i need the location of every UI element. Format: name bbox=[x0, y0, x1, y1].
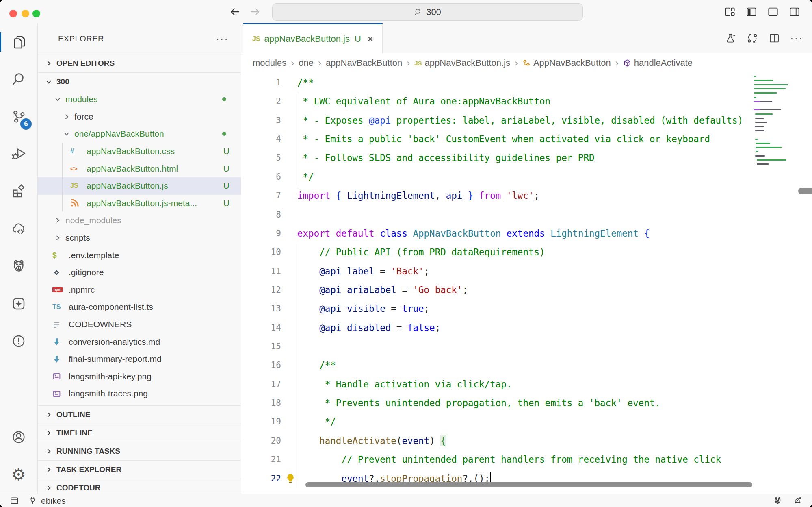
split-editor-icon[interactable] bbox=[768, 32, 780, 44]
line-number[interactable]: 7 bbox=[241, 186, 281, 205]
tree-item-one-appNavBackButton[interactable]: one/appNavBackButton bbox=[38, 125, 241, 143]
code-line-1[interactable]: 1/** bbox=[241, 73, 812, 92]
code-line-7[interactable]: 7import { LightningElement, api } from '… bbox=[241, 186, 812, 205]
tree-item-langsmith-traces.png[interactable]: langsmith-traces.png bbox=[38, 385, 241, 403]
tree-item-.npmrc[interactable]: npm.npmrc bbox=[38, 281, 241, 299]
tree-item-.gitignore[interactable]: .gitignore bbox=[38, 264, 241, 281]
activity-bear-icon[interactable] bbox=[0, 248, 37, 285]
macos-close-button[interactable] bbox=[9, 10, 17, 17]
breadcrumb-modules[interactable]: modules bbox=[253, 58, 286, 68]
macos-minimize-button[interactable] bbox=[22, 10, 29, 17]
activity-cloud-code-icon[interactable] bbox=[0, 210, 37, 248]
tree-item-CODEOWNERS[interactable]: CODEOWNERS bbox=[38, 316, 241, 333]
navigate-forward-icon[interactable] bbox=[249, 6, 261, 18]
activity-extensions-icon[interactable] bbox=[0, 173, 37, 210]
breadcrumb-one[interactable]: one bbox=[299, 58, 314, 68]
tree-item-final-summary-report.md[interactable]: final-summary-report.md bbox=[38, 350, 241, 368]
section-outline[interactable]: OUTLINE bbox=[38, 405, 241, 424]
activity-run-debug-icon[interactable] bbox=[0, 135, 37, 173]
code-line-11[interactable]: 11 @api label = 'Back'; bbox=[241, 262, 812, 281]
code-line-3[interactable]: 3 * - Exposes @api properties: label, ar… bbox=[241, 111, 812, 130]
tree-item-conversion-analytics.md[interactable]: conversion-analytics.md bbox=[38, 333, 241, 350]
code-line-10[interactable]: 10 // Public API (from PRD dataRequireme… bbox=[241, 243, 812, 261]
code-line-13[interactable]: 13 @api visible = true; bbox=[241, 299, 812, 318]
toggle-secondary-sidebar-icon[interactable] bbox=[788, 6, 801, 18]
code-line-15[interactable]: 15 bbox=[241, 337, 812, 356]
line-number[interactable]: 13 bbox=[241, 299, 281, 318]
code-line-2[interactable]: 2 * LWC equivalent of Aura one:appNavBac… bbox=[241, 92, 812, 111]
line-number[interactable]: 5 bbox=[241, 148, 281, 167]
tree-item-modules[interactable]: modules bbox=[38, 91, 241, 108]
code-line-17[interactable]: 17 * Handle activation via click/tap. bbox=[241, 375, 812, 394]
bear-status-icon[interactable] bbox=[773, 496, 782, 505]
tree-item-appNavBackButton.js-meta...[interactable]: appNavBackButton.js-meta...U bbox=[38, 195, 241, 212]
line-number[interactable]: 17 bbox=[241, 375, 281, 394]
line-number[interactable]: 8 bbox=[241, 205, 281, 224]
horizontal-scrollbar[interactable] bbox=[305, 482, 752, 487]
code-line-19[interactable]: 19 */ bbox=[241, 412, 812, 431]
line-number[interactable]: 3 bbox=[241, 111, 281, 130]
line-number[interactable]: 18 bbox=[241, 394, 281, 412]
code-line-9[interactable]: 9export default class AppNavBackButton e… bbox=[241, 224, 812, 243]
open-editors-section[interactable]: OPEN EDITORS bbox=[38, 54, 241, 72]
line-number[interactable]: 2 bbox=[241, 92, 281, 111]
toggle-panel-icon[interactable] bbox=[767, 6, 779, 18]
command-center-search[interactable]: 300 bbox=[272, 3, 583, 21]
code-line-20[interactable]: 20 handleActivate(event) { bbox=[241, 431, 812, 450]
line-number[interactable]: 9 bbox=[241, 224, 281, 243]
editor-more-actions-icon[interactable]: ··· bbox=[790, 32, 803, 44]
breadcrumb-appNavBackButton[interactable]: appNavBackButton bbox=[326, 58, 402, 68]
navigate-back-icon[interactable] bbox=[229, 6, 241, 18]
code-editor[interactable]: 1/**2 * LWC equivalent of Aura one:appNa… bbox=[241, 73, 812, 494]
lightbulb-icon[interactable] bbox=[285, 473, 296, 484]
section-task-explorer[interactable]: TASK EXPLORER bbox=[38, 460, 241, 479]
line-number[interactable]: 10 bbox=[241, 243, 281, 261]
customize-layout-icon[interactable] bbox=[724, 6, 736, 18]
section-running-tasks[interactable]: RUNNING TASKS bbox=[38, 442, 241, 460]
code-line-4[interactable]: 4 * - Emits a public 'back' CustomEvent … bbox=[241, 130, 812, 148]
minimap[interactable] bbox=[754, 76, 794, 173]
line-number[interactable]: 1 bbox=[241, 73, 281, 92]
tree-item-aura-component-list.ts[interactable]: TSaura-component-list.ts bbox=[38, 298, 241, 316]
org-connection-item[interactable]: ebikes bbox=[28, 496, 66, 506]
activity-source-control-icon[interactable]: 6 bbox=[0, 98, 37, 135]
breadcrumb-handleActivate[interactable]: handleActivate bbox=[623, 58, 693, 68]
line-number[interactable]: 4 bbox=[241, 130, 281, 148]
open-changes-icon[interactable] bbox=[746, 32, 758, 44]
notifications-muted-icon[interactable] bbox=[793, 496, 802, 505]
code-line-21[interactable]: 21 // Prevent unintended parent handlers… bbox=[241, 450, 812, 469]
code-line-8[interactable]: 8 bbox=[241, 205, 812, 224]
activity-problems-icon[interactable] bbox=[0, 322, 37, 360]
macos-zoom-button[interactable] bbox=[32, 10, 40, 17]
activity-account-icon[interactable] bbox=[0, 418, 37, 456]
line-number[interactable]: 14 bbox=[241, 318, 281, 337]
line-number[interactable]: 22 bbox=[241, 469, 281, 488]
section-timeline[interactable]: TIMELINE bbox=[38, 424, 241, 442]
activity-ai-sparkle-icon[interactable] bbox=[0, 285, 37, 322]
panel-layout-icon[interactable] bbox=[10, 496, 19, 505]
line-number[interactable]: 11 bbox=[241, 262, 281, 281]
activity-settings-icon[interactable]: ⚙ bbox=[0, 456, 37, 493]
tree-item-scripts[interactable]: scripts bbox=[38, 229, 241, 247]
tab-appNavBackButton-js[interactable]: JS appNavBackButton.js U × bbox=[243, 23, 383, 53]
code-line-14[interactable]: 14 @api disabled = false; bbox=[241, 318, 812, 337]
line-number[interactable]: 16 bbox=[241, 356, 281, 374]
activity-explorer-icon[interactable] bbox=[0, 23, 37, 61]
breadcrumb-AppNavBackButton[interactable]: AppNavBackButton bbox=[522, 58, 611, 68]
tree-item-appNavBackButton.html[interactable]: <>appNavBackButton.htmlU bbox=[38, 160, 241, 177]
tree-item-appNavBackButton.css[interactable]: #appNavBackButton.cssU bbox=[38, 143, 241, 160]
vertical-scrollbar[interactable] bbox=[798, 188, 812, 194]
line-number[interactable]: 19 bbox=[241, 412, 281, 431]
code-line-18[interactable]: 18 * Prevents unintended propagation, th… bbox=[241, 394, 812, 412]
line-number[interactable]: 12 bbox=[241, 281, 281, 299]
tree-item-langsmith-api-key.png[interactable]: langsmith-api-key.png bbox=[38, 368, 241, 385]
line-number[interactable]: 6 bbox=[241, 168, 281, 186]
run-tests-icon[interactable] bbox=[724, 32, 736, 44]
tree-item-.env.template[interactable]: $.env.template bbox=[38, 246, 241, 264]
toggle-primary-sidebar-icon[interactable] bbox=[745, 6, 758, 18]
views-more-actions-icon[interactable]: ··· bbox=[216, 33, 229, 45]
workspace-section[interactable]: 300 bbox=[38, 72, 241, 91]
breadcrumb-appNavBackButton.js[interactable]: JSappNavBackButton.js bbox=[414, 58, 510, 68]
activity-search-icon[interactable] bbox=[0, 61, 37, 98]
code-line-6[interactable]: 6 */ bbox=[241, 168, 812, 186]
